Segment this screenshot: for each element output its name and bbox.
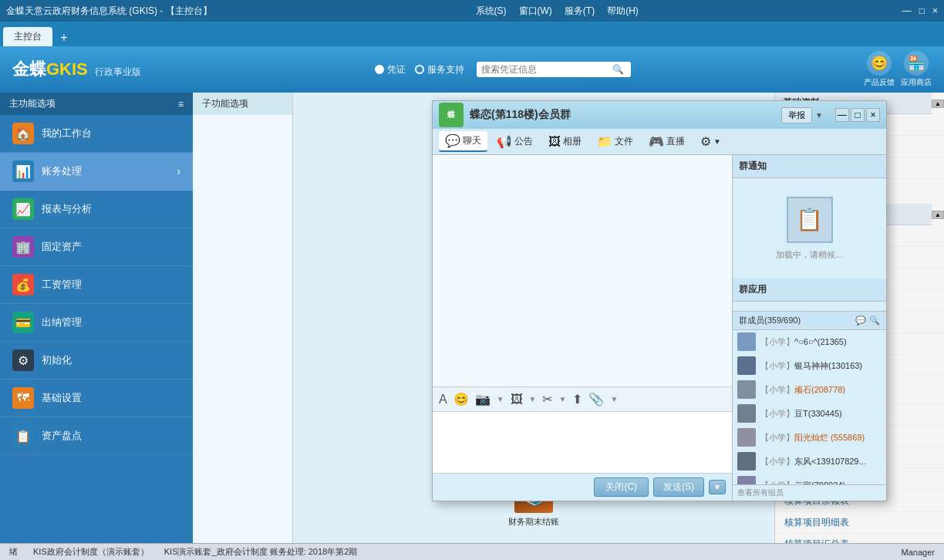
header: 金蝶GKIS 行政事业版 凭证 服务支持 🔍 😊 产品反馈 🏪 应用商店 bbox=[0, 46, 944, 93]
qq-tool-files[interactable]: 📁 文件 bbox=[591, 132, 639, 151]
search-input[interactable] bbox=[481, 64, 612, 75]
sidebar-collapse-icon[interactable]: ≡ bbox=[178, 99, 184, 110]
files-icon: 📁 bbox=[597, 134, 612, 149]
app-title: 金蝶天意云政府财务信息系统 (GKIS) - 【主控台】 bbox=[6, 5, 212, 18]
qq-tool-settings[interactable]: ⚙ ▼ bbox=[694, 132, 727, 151]
right-item-calc-detail2[interactable]: 核算项目明细表 bbox=[775, 512, 944, 534]
sidebar-item-inventory[interactable]: 📋 资产盘点 bbox=[0, 417, 193, 455]
search-box[interactable]: 🔍 bbox=[477, 62, 631, 77]
qq-minimize-btn[interactable]: — bbox=[835, 108, 849, 122]
attach-icon[interactable]: 📎 bbox=[588, 392, 604, 407]
menu-help[interactable]: 帮助(H) bbox=[607, 5, 639, 18]
member-2-avatar bbox=[737, 380, 756, 399]
workbench-icon: 🏠 bbox=[12, 123, 34, 144]
sidebar-item-accounting[interactable]: 📊 账务处理 › bbox=[0, 153, 193, 191]
tab-add-btn[interactable]: + bbox=[56, 29, 72, 46]
window-controls: — □ × bbox=[902, 5, 938, 16]
accounting-label: 账务处理 bbox=[42, 164, 82, 178]
qq-tool-notice[interactable]: 📢 公告 bbox=[491, 132, 539, 151]
reports-label: 报表与分析 bbox=[42, 202, 92, 216]
search-icon[interactable]: 🔍 bbox=[612, 64, 624, 75]
sidebar-item-workbench[interactable]: 🏠 我的工作台 bbox=[0, 115, 193, 153]
qq-tool-album-label: 相册 bbox=[563, 135, 582, 148]
qq-view-all-members[interactable]: 查看所有组员 bbox=[733, 484, 886, 501]
member-0-avatar bbox=[737, 332, 756, 351]
qq-tool-live[interactable]: 🎮 直播 bbox=[642, 132, 691, 151]
right-item-calc-summary[interactable]: 核算项目汇总表 bbox=[775, 534, 944, 543]
qq-send-dropdown-btn[interactable]: ▼ bbox=[709, 480, 726, 494]
sidebar-item-settings[interactable]: 🗺 基础设置 bbox=[0, 380, 193, 417]
title-menu: 系统(S) 窗口(W) 服务(T) 帮助(H) bbox=[476, 5, 639, 18]
image-icon[interactable]: 🖼 bbox=[511, 393, 523, 407]
search-area: 凭证 服务支持 🔍 bbox=[153, 62, 851, 77]
settings-icon: 🗺 bbox=[12, 387, 34, 409]
sidebar-item-reports[interactable]: 📈 报表与分析 bbox=[0, 191, 193, 228]
member-3-avatar bbox=[737, 404, 756, 423]
member-2-name: 【小学】顽石(208778) bbox=[760, 384, 845, 396]
init-icon: ⚙ bbox=[12, 349, 34, 371]
sidebar-item-assets[interactable]: 🏢 固定资产 bbox=[0, 228, 193, 266]
header-right: 😊 产品反馈 🏪 应用商店 bbox=[864, 51, 932, 88]
right-scroll-up-reports[interactable]: ▲ bbox=[932, 211, 944, 219]
qq-tool-album[interactable]: 🖼 相册 bbox=[542, 133, 588, 151]
qq-member-2[interactable]: 【小学】顽石(208778) bbox=[733, 378, 886, 402]
sub-sidebar: 子功能选项 bbox=[193, 93, 293, 543]
screenshot-icon[interactable]: 📷 bbox=[475, 392, 491, 407]
maximize-btn[interactable]: □ bbox=[919, 5, 925, 16]
qq-members-search-icon[interactable]: 🔍 bbox=[869, 315, 880, 326]
tab-main[interactable]: 主控台 bbox=[3, 27, 52, 46]
qq-notice-icon: 📋 bbox=[787, 197, 833, 243]
cashier-icon: 💳 bbox=[12, 312, 34, 333]
tab-bar: 主控台 + bbox=[0, 22, 944, 46]
status-bar: 绪 KIS政府会计制度（演示账套） KIS演示账套_政府会计制度 账务处理: 2… bbox=[0, 543, 944, 560]
qq-title-bar: 蝶 蝶恋(第118楼)会员群 举报 ▼ — □ × bbox=[433, 101, 886, 129]
appstore-btn[interactable]: 🏪 应用商店 bbox=[901, 51, 932, 88]
member-1-avatar bbox=[737, 356, 756, 375]
qq-members-chat-icon[interactable]: 💬 bbox=[855, 315, 866, 326]
qq-member-1[interactable]: 【小学】银马神神(130163) bbox=[733, 354, 886, 378]
radio-voucher[interactable]: 凭证 bbox=[375, 63, 406, 76]
minimize-btn[interactable]: — bbox=[902, 5, 912, 16]
qq-close-btn[interactable]: × bbox=[866, 108, 880, 122]
sidebar-item-payroll[interactable]: 💰 工资管理 bbox=[0, 266, 193, 304]
live-icon: 🎮 bbox=[649, 134, 664, 149]
qq-input-field[interactable] bbox=[433, 411, 732, 473]
qq-messages[interactable] bbox=[433, 155, 732, 386]
accounting-icon: 📊 bbox=[12, 160, 34, 182]
qq-tool-files-label: 文件 bbox=[615, 135, 633, 148]
qq-member-4[interactable]: 【小学】阳光灿烂 (555869) bbox=[733, 426, 886, 450]
member-5-avatar bbox=[737, 452, 756, 471]
emoji-icon[interactable]: 😊 bbox=[453, 392, 469, 407]
status-ready: 绪 bbox=[9, 546, 18, 558]
qq-send-btn[interactable]: 发送(S) bbox=[653, 477, 704, 497]
qq-window-controls: — □ × bbox=[835, 108, 880, 122]
feedback-btn[interactable]: 😊 产品反馈 bbox=[864, 51, 895, 88]
qq-report-arrow[interactable]: ▼ bbox=[815, 111, 823, 120]
qq-member-0[interactable]: 【小学】^○6○^(21365) bbox=[733, 330, 886, 354]
qq-member-5[interactable]: 【小学】东风<139107829... bbox=[733, 450, 886, 474]
upload-icon[interactable]: ⬆ bbox=[572, 392, 582, 407]
settings-label: 基础设置 bbox=[42, 391, 82, 405]
close-btn[interactable]: × bbox=[932, 5, 938, 16]
qq-dialog-close-btn[interactable]: 关闭(C) bbox=[594, 477, 649, 497]
menu-service[interactable]: 服务(T) bbox=[565, 5, 595, 18]
status-user: Manager bbox=[902, 548, 935, 557]
scissors-icon[interactable]: ✂ bbox=[542, 392, 552, 407]
qq-member-6[interactable]: 【小学】二宝(708034) bbox=[733, 474, 886, 484]
qq-loading-text: 加载中，请稍候... bbox=[776, 249, 842, 261]
menu-system[interactable]: 系统(S) bbox=[476, 5, 507, 18]
qq-chat-area: A 😊 📷 ▼ 🖼 ▼ ✂ ▼ ⬆ 📎 ▼ 关闭(C) bbox=[433, 155, 732, 501]
right-scroll-up-basic[interactable]: ▲ bbox=[932, 100, 944, 108]
inventory-icon: 📋 bbox=[12, 425, 34, 447]
radio-support[interactable]: 服务支持 bbox=[415, 63, 464, 76]
qq-member-3[interactable]: 【小学】豆T(330445) bbox=[733, 402, 886, 426]
radio-support-circle bbox=[415, 65, 424, 74]
qq-tool-chat[interactable]: 💬 聊天 bbox=[439, 131, 487, 152]
qq-maximize-btn[interactable]: □ bbox=[851, 108, 865, 122]
sidebar-item-cashier[interactable]: 💳 出纳管理 bbox=[0, 304, 193, 342]
font-icon[interactable]: A bbox=[439, 393, 447, 407]
sidebar-item-init[interactable]: ⚙ 初始化 bbox=[0, 342, 193, 380]
qq-right-panel: 群通知 📋 加载中，请稍候... 群应用 群成员(359/690) 💬 🔍 bbox=[732, 155, 886, 501]
qq-report-btn[interactable]: 举报 bbox=[781, 107, 812, 123]
menu-window[interactable]: 窗口(W) bbox=[519, 5, 552, 18]
